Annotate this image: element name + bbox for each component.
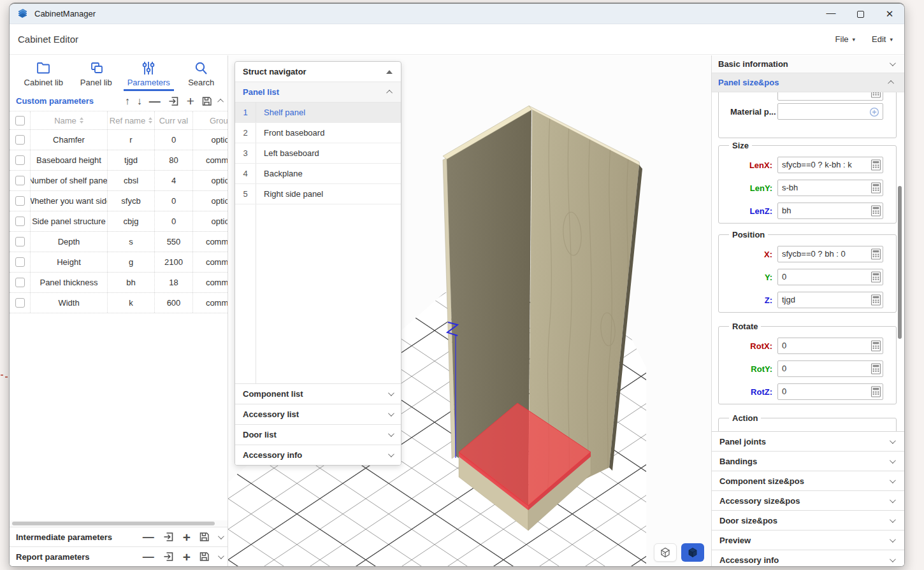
expand-icon[interactable]	[218, 553, 224, 559]
formula-input[interactable]: sfycb==0 ? bh : 0	[777, 246, 883, 262]
tab-parameters[interactable]: Parameters	[122, 55, 175, 91]
calculator-icon[interactable]	[871, 363, 881, 374]
section-panel-size-pos[interactable]: Panel size&pos	[712, 73, 904, 92]
panel-list-header[interactable]: Panel list	[235, 82, 401, 103]
struct-navigator-header[interactable]: Struct navigator	[235, 62, 401, 82]
parameter-group-bar[interactable]: Report parameters — +	[10, 546, 227, 566]
edit-menu[interactable]: Edit▾	[872, 34, 893, 44]
properties-section-header[interactable]: Preview	[712, 530, 904, 550]
formula-input[interactable]: 0	[777, 383, 883, 400]
parameter-row[interactable]: Height g 2100 commonly	[10, 252, 227, 273]
section-basic-information[interactable]: Basic information	[712, 55, 904, 73]
clipped-input[interactable]	[777, 92, 883, 101]
save-icon[interactable]	[199, 532, 210, 542]
tab-panel-lib[interactable]: Panel lib	[70, 55, 123, 91]
cabinet-model[interactable]	[443, 106, 642, 531]
row-checkbox[interactable]	[15, 135, 25, 145]
properties-section-header[interactable]: Component size&pos	[712, 471, 904, 490]
parameter-row[interactable]: Side panel structure cbjg 0 options	[10, 211, 227, 232]
calculator-icon[interactable]	[871, 340, 881, 352]
minimize-button[interactable]: —	[816, 4, 846, 24]
save-icon[interactable]	[199, 552, 210, 562]
save-icon[interactable]	[201, 96, 212, 106]
properties-section-header[interactable]: Bandings	[712, 451, 904, 471]
column-header-name[interactable]: Name	[31, 111, 108, 129]
solid-view-button[interactable]	[681, 543, 704, 562]
import-icon[interactable]	[162, 531, 175, 543]
row-checkbox[interactable]	[15, 217, 25, 226]
calculator-icon[interactable]	[871, 294, 881, 306]
panel-list-item[interactable]: 4 Backplane	[235, 164, 401, 184]
parameter-row[interactable]: Number of shelf panel cbsl 4 options	[10, 171, 227, 191]
import-icon[interactable]	[168, 96, 180, 107]
add-icon[interactable]: +	[183, 550, 191, 564]
tab-search[interactable]: Search	[175, 55, 228, 91]
struct-section-header[interactable]: Door list	[235, 424, 401, 445]
panel-list-item[interactable]: 3 Left baseboard	[235, 143, 401, 164]
horizontal-scrollbar[interactable]	[10, 520, 227, 526]
row-checkbox[interactable]	[15, 298, 25, 308]
parameter-group-bar[interactable]: Intermediate parameters — +	[10, 527, 227, 546]
panel-list-item[interactable]: 5 Right side panel	[235, 184, 401, 204]
calculator-icon[interactable]	[871, 386, 881, 397]
calculator-icon[interactable]	[871, 92, 881, 98]
move-down-icon[interactable]: ↓	[137, 96, 142, 106]
remove-icon[interactable]: —	[143, 551, 154, 562]
row-checkbox[interactable]	[15, 278, 25, 287]
properties-section-header[interactable]: Accessory info	[712, 550, 904, 567]
formula-input[interactable]: 0	[777, 360, 883, 377]
column-header-ref[interactable]: Ref name	[108, 111, 155, 129]
struct-section-header[interactable]: Component list	[235, 383, 401, 404]
close-button[interactable]: ✕	[875, 4, 904, 24]
select-all-checkbox[interactable]	[15, 116, 25, 125]
circle-plus-icon[interactable]	[869, 107, 879, 117]
parameter-row[interactable]: Baseboard height tjgd 80 commonly	[10, 150, 227, 171]
panel-list-item[interactable]: 1 Shelf panel	[235, 103, 401, 123]
parameter-row[interactable]: Panel thickness bh 18 commonly	[10, 273, 227, 293]
remove-icon[interactable]: —	[143, 531, 154, 543]
maximize-button[interactable]	[846, 4, 875, 24]
row-checkbox[interactable]	[15, 237, 25, 246]
formula-input[interactable]: bh	[777, 203, 883, 219]
parameter-row[interactable]: Chamfer r 0 options	[10, 130, 227, 150]
calculator-icon[interactable]	[871, 159, 881, 171]
column-header-group[interactable]: Group	[193, 111, 227, 129]
panel-list-item[interactable]: 2 Front baseboard	[235, 123, 401, 143]
remove-icon[interactable]: —	[149, 96, 161, 107]
calculator-icon[interactable]	[871, 248, 881, 260]
formula-input[interactable]: 0	[777, 269, 883, 285]
formula-input[interactable]: sfycb==0 ? k-bh : k	[777, 157, 883, 173]
formula-input[interactable]: tjgd	[777, 292, 883, 308]
properties-section-header[interactable]: Door size&pos	[712, 510, 904, 530]
row-checkbox[interactable]	[15, 155, 25, 165]
struct-section-header[interactable]: Accessory list	[235, 404, 401, 424]
add-icon[interactable]: +	[187, 94, 194, 108]
properties-section-header[interactable]: Panel joints	[712, 431, 904, 451]
parameter-row[interactable]: Depth s 550 commonly	[10, 232, 227, 252]
calculator-icon[interactable]	[871, 182, 881, 194]
properties-section-header[interactable]: Accessory size&pos	[712, 490, 904, 510]
formula-input[interactable]: s-bh	[777, 180, 883, 196]
expand-icon[interactable]	[218, 533, 224, 539]
row-checkbox[interactable]	[15, 257, 25, 267]
row-checkbox[interactable]	[15, 196, 25, 206]
move-up-icon[interactable]: ↑	[125, 96, 130, 106]
scrollbar-thumb[interactable]	[12, 522, 215, 525]
parameter-row[interactable]: Width k 600 commonly	[10, 293, 227, 313]
collapse-icon[interactable]	[217, 99, 224, 105]
3d-viewport[interactable]: Struct navigator Panel list 1 Shelf pane…	[227, 55, 712, 566]
vertical-scrollbar-thumb[interactable]	[898, 186, 902, 339]
file-menu[interactable]: File▾	[835, 34, 855, 44]
wireframe-view-button[interactable]	[654, 543, 677, 562]
title-bar[interactable]: CabinetManager — ✕	[10, 4, 904, 24]
material-input[interactable]	[777, 103, 883, 120]
add-icon[interactable]: +	[183, 531, 191, 544]
row-checkbox[interactable]	[15, 176, 25, 185]
calculator-icon[interactable]	[871, 271, 881, 283]
parameter-row[interactable]: Whether you want side sfycb 0 options	[10, 191, 227, 211]
column-header-val[interactable]: Curr val	[155, 111, 193, 129]
collapse-triangle-icon[interactable]	[386, 70, 393, 74]
import-icon[interactable]	[162, 551, 175, 562]
calculator-icon[interactable]	[871, 205, 881, 217]
formula-input[interactable]: 0	[777, 338, 883, 354]
